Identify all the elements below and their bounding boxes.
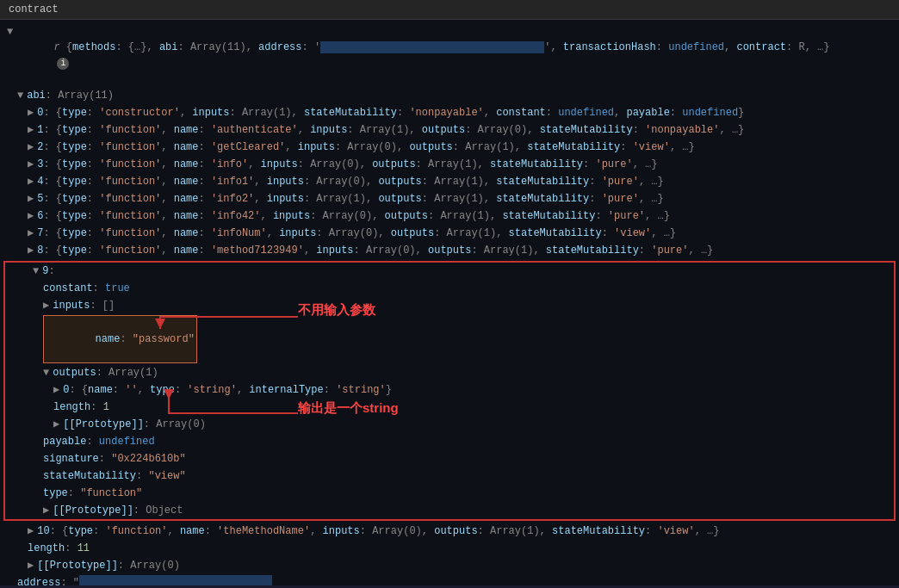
abi-label: abi: Array(11)	[0, 87, 899, 104]
root-arrow[interactable]	[7, 24, 13, 40]
proto1-arrow[interactable]	[53, 417, 59, 432]
block9-inputs: inputs: []	[5, 297, 894, 314]
root-line: r {methods: {…}, abi: Array(11), address…	[0, 23, 899, 87]
block9-length: length: 1	[5, 399, 894, 416]
block9-payable: payable: undefined	[5, 433, 894, 450]
item7-arrow[interactable]	[28, 226, 34, 241]
abi-item-10: 10: {type: 'function', name: 'theMethodN…	[0, 523, 899, 540]
block9-proto1: [[Prototype]]: Array(0)	[5, 416, 894, 433]
abi-item-1: 1: {type: 'function', name: 'authenticat…	[0, 121, 899, 139]
item0-arrow[interactable]	[28, 105, 34, 121]
abi-item-3: 3: {type: 'function', name: 'info', inpu…	[0, 156, 899, 173]
title-text: contract	[9, 3, 59, 15]
block9-arrow[interactable]	[33, 263, 39, 279]
block9-name: name: "password"	[5, 314, 894, 364]
block9-label: 9:	[5, 263, 894, 280]
inputs-arrow[interactable]	[43, 298, 49, 313]
abi-item-6: 6: {type: 'function', name: 'info42', in…	[0, 207, 899, 225]
title-bar: contract	[0, 0, 899, 20]
block9-proto2: [[Prototype]]: Object	[5, 502, 894, 519]
proto2-arrow[interactable]	[43, 503, 49, 518]
item2-arrow[interactable]	[28, 139, 34, 155]
abi-item-5: 5: {type: 'function', name: 'info2', inp…	[0, 190, 899, 207]
item4-arrow[interactable]	[28, 174, 34, 189]
abi-arrow[interactable]	[17, 88, 23, 103]
item3-arrow[interactable]	[28, 157, 34, 172]
abi-item-2: 2: {type: 'function', name: 'getCleared'…	[0, 139, 899, 156]
block9-type: type: "function"	[5, 485, 894, 502]
abi-item-0: 0: {type: 'constructor', inputs: Array(1…	[0, 104, 899, 121]
block9-outputs: outputs: Array(1)	[5, 364, 894, 381]
abi-item-4: 4: {type: 'function', name: 'info1', inp…	[0, 173, 899, 190]
address-line: address: "	[0, 574, 899, 585]
abi-proto: [[Prototype]]: Array(0)	[0, 557, 899, 574]
block9-output0: 0: {name: '', type: 'string', internalTy…	[5, 381, 894, 399]
item6-arrow[interactable]	[28, 208, 34, 224]
abi-length: length: 11	[0, 540, 899, 557]
block9-statemutability: stateMutability: "view"	[5, 467, 894, 485]
console-area[interactable]: r {methods: {…}, abi: Array(11), address…	[0, 20, 899, 585]
outputs-arrow[interactable]	[43, 365, 49, 381]
abi-item-8: 8: {type: 'function', name: 'method71239…	[0, 242, 899, 259]
item1-arrow[interactable]	[28, 122, 34, 138]
item10-arrow[interactable]	[28, 523, 34, 539]
abi-item-7: 7: {type: 'function', name: 'infoNum', i…	[0, 225, 899, 242]
output0-arrow[interactable]	[53, 382, 59, 398]
abi-proto-arrow[interactable]	[28, 558, 34, 573]
block9-constant: constant: true	[5, 280, 894, 297]
root-label: r {methods: {…}, abi: Array(11), address…	[16, 24, 829, 86]
block9-signature: signature: "0x224b610b"	[5, 450, 894, 467]
item8-arrow[interactable]	[28, 243, 34, 258]
item5-arrow[interactable]	[28, 191, 34, 207]
